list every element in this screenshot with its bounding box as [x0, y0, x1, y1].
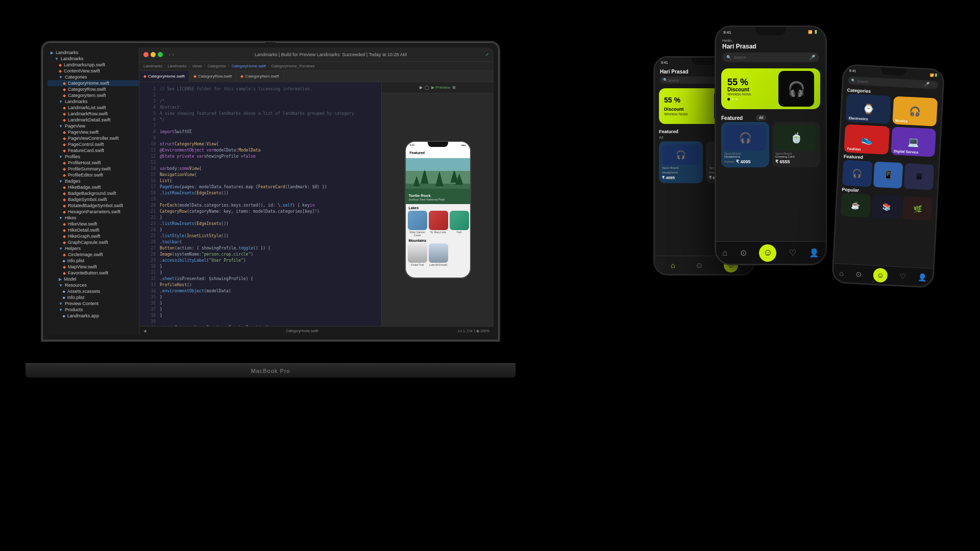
toolbar-nav-back[interactable]: ‹: [169, 52, 170, 57]
sidebar-item-landmarks-app[interactable]: ■ Landmarks.app: [47, 313, 139, 319]
code-editor[interactable]: 1// See LICENSE folder for this sample's…: [139, 82, 381, 326]
sidebar-item-categoryitem[interactable]: ◆ CategoryItem.swift: [47, 92, 139, 98]
search-icon: 🔍: [663, 78, 668, 82]
sidebar-item-featurecard[interactable]: ◆ FeatureCard.swift: [47, 147, 139, 154]
bottom-item-2[interactable]: 📚: [871, 194, 901, 219]
sidebar-item-landmarks-root[interactable]: ▶ Landmarks: [47, 49, 139, 56]
sidebar-item-circleimage[interactable]: ◆ CircleImage.swift: [47, 252, 139, 258]
sidebar-item-hexagonparams[interactable]: ◆ HexagonParameters.swift: [47, 209, 139, 215]
tab-categoryitem[interactable]: ◆ CategoryItem.swift: [236, 71, 283, 82]
nav-search-icon[interactable]: ⊙: [855, 269, 862, 278]
sidebar-item-profiles-folder[interactable]: ▼ Profiles: [47, 154, 139, 160]
nav-heart-icon[interactable]: ♡: [899, 272, 906, 281]
nav-home-icon[interactable]: ⌂: [839, 269, 844, 277]
sidebar-item-resources-folder[interactable]: ▼ Resources: [47, 282, 139, 288]
sidebar-item-badges-folder[interactable]: ▼ Badges: [47, 178, 139, 184]
sidebar-item-hikeview[interactable]: ◆ HikeView.swift: [47, 221, 139, 227]
sidebar-item-landmarks-folder[interactable]: ▼ Landmarks: [47, 98, 139, 105]
xcode-sidebar: ▶ Landmarks ▼ Landmarks ◆ LandmarksApp.s…: [47, 47, 139, 335]
bottom-item-1[interactable]: ☕: [841, 193, 871, 217]
product-card-2[interactable]: 🍵 Sport Brand Greeting Card ₹ 6555: [772, 122, 820, 167]
sidebar-item-products-folder[interactable]: ▼ Products: [47, 307, 139, 313]
sidebar-item-favoritebutton[interactable]: ◆ FavoriteButton.swift: [47, 270, 139, 276]
search-bar[interactable]: 🔍 Search 🎤: [722, 53, 819, 62]
bc-item[interactable]: Views: [192, 64, 202, 68]
nav-search-icon[interactable]: ⊙: [696, 261, 702, 269]
bc-item[interactable]: Categories: [208, 64, 226, 68]
sidebar-item-profileeditor[interactable]: ◆ ProfileEditor.swift: [47, 172, 139, 178]
sidebar-item-landmarkdetail[interactable]: ◆ LandmarkDetail.swift: [47, 117, 139, 123]
nav-search-icon[interactable]: ⊙: [740, 248, 747, 258]
sidebar-item-categoryhome[interactable]: ◆ CategoryHome.swift: [47, 80, 139, 86]
close-button[interactable]: [143, 52, 149, 57]
sidebar-item-rotatedbadge[interactable]: ◆ RotatedBadgeSymbol.swift: [47, 203, 139, 209]
sidebar-item-profilesummary[interactable]: ◆ ProfileSummary.swift: [47, 166, 139, 172]
tab-categoryhome[interactable]: ◆ CategoryHome.swift: [139, 71, 189, 82]
sidebar-item-mapview[interactable]: ◆ MapView.swift: [47, 264, 139, 270]
sidebar-item-hikegraph[interactable]: ◆ HikeGraph.swift: [47, 233, 139, 239]
nav-profile-icon[interactable]: 👤: [918, 273, 927, 282]
category-digital[interactable]: 💻 Digital Service: [891, 127, 936, 157]
product-card-1[interactable]: 🎧 Sport Brand Headphone ₹ 2499 ₹ 4095: [721, 122, 769, 167]
sidebar-item-label: ProfileEditor.swift: [68, 172, 103, 178]
category-label-fashion: Fashion: [847, 147, 861, 151]
nav-cart-button[interactable]: ☺: [873, 267, 888, 282]
sidebar-item-pageview[interactable]: ◆ PageView.swift: [47, 129, 139, 135]
product-card-1[interactable]: 🎧 Sport Brand Headphone ₹ 4095: [659, 141, 703, 183]
discount-sublabel: Wireless Noise: [664, 112, 688, 116]
bc-item[interactable]: CategoryHome_Previews: [271, 64, 314, 68]
sidebar-item-graphcapsule[interactable]: ◆ GraphCapsule.swift: [47, 239, 139, 245]
mini-nav-bar: Featured: [406, 148, 470, 158]
sidebar-item-infoplist[interactable]: ■ Info.plist: [47, 258, 139, 264]
nav-home-icon[interactable]: ⌂: [671, 261, 675, 269]
maximize-button[interactable]: [158, 52, 163, 57]
sidebar-item-app[interactable]: ◆ LandmarksApp.swift: [47, 62, 139, 68]
sidebar-item-landmarks[interactable]: ▼ Landmarks: [47, 56, 139, 62]
sidebar-item-hikebadge[interactable]: ◆ HikeBadge.swift: [47, 184, 139, 190]
sidebar-item-categories-folder[interactable]: ▼ Categories: [47, 74, 139, 80]
category-electronics[interactable]: ⌚ Electronics: [845, 94, 891, 124]
nav-profile-icon[interactable]: 👤: [809, 248, 819, 258]
sidebar-item-label: Assets.xcassets: [67, 289, 101, 294]
sidebar-item-badgesymbol[interactable]: ◆ BadgeSymbol.swift: [47, 196, 139, 203]
sidebar-item-badgebg[interactable]: ◆ BadgeBackground.swift: [47, 190, 139, 196]
category-musica[interactable]: 🎧 Musica: [892, 96, 938, 126]
bc-current-item[interactable]: CategoryHome.swift: [231, 64, 266, 68]
sidebar-item-landmarklist[interactable]: ◆ LandmarkList.swift: [47, 105, 139, 111]
sidebar-item-model-folder[interactable]: ▶ Model: [47, 276, 139, 282]
sidebar-item-hikedetail[interactable]: ◆ HikeDetail.swift: [47, 227, 139, 233]
minimize-button[interactable]: [151, 52, 156, 57]
sidebar-item-landmarkrow[interactable]: ◆ LandmarkRow.swift: [47, 111, 139, 117]
xcode-window: ▶ Landmarks ▼ Landmarks ◆ LandmarksApp.s…: [47, 47, 494, 335]
sidebar-item-profilehost[interactable]: ◆ ProfileHost.swift: [47, 160, 139, 166]
nav-heart-icon[interactable]: ♡: [789, 248, 796, 258]
nav-home-icon[interactable]: ⌂: [722, 248, 727, 258]
sidebar-item-infoplist2[interactable]: ■ Info.plist: [47, 294, 139, 300]
all-tag[interactable]: All: [756, 115, 766, 120]
tab-categoryrow[interactable]: ◆ CategoryRow.swift: [189, 71, 236, 82]
sidebar-item-hikes-folder[interactable]: ▼ Hikes: [47, 215, 139, 221]
featured-item-1[interactable]: 🎧: [842, 160, 872, 187]
sidebar-item-label: MapView.swift: [68, 264, 97, 269]
featured-item-2[interactable]: 📱: [873, 162, 903, 189]
folder-icon: ▼: [59, 283, 63, 288]
sidebar-item-contentview[interactable]: ◆ ContentView.swift: [47, 68, 139, 74]
swift-icon: ◆: [59, 69, 62, 73]
bc-item[interactable]: Landmarks: [143, 64, 162, 68]
sidebar-item-assets[interactable]: ■ Assets.xcassets: [47, 288, 139, 294]
folder-icon: ▶: [51, 51, 54, 55]
sidebar-item-pageview-folder[interactable]: ▼ PageView: [47, 123, 139, 129]
toolbar-nav-forward[interactable]: ›: [173, 52, 174, 57]
bc-item[interactable]: Landmarks: [168, 64, 187, 68]
sidebar-item-pageviewcontroller[interactable]: ◆ PageViewController.swift: [47, 135, 139, 141]
bottom-item-3[interactable]: 🌿: [902, 196, 933, 221]
featured-item-3[interactable]: 🖥: [904, 163, 934, 190]
nav-cart-button[interactable]: ☺: [759, 244, 776, 262]
swift-icon: ◆: [63, 222, 66, 227]
sidebar-item-helpers-folder[interactable]: ▼ Helpers: [47, 245, 139, 252]
sidebar-item-preview-folder[interactable]: ▼ Preview Content: [47, 300, 139, 307]
sidebar-item-categoryrow[interactable]: ◆ CategoryRow.swift: [47, 86, 139, 92]
category-fashion[interactable]: 👟 Fashion: [844, 124, 889, 154]
sidebar-item-pagecontrol[interactable]: ◆ PageControl.swift: [47, 141, 139, 147]
mini-phone: 9:41 ●●● Featured: [405, 141, 471, 279]
